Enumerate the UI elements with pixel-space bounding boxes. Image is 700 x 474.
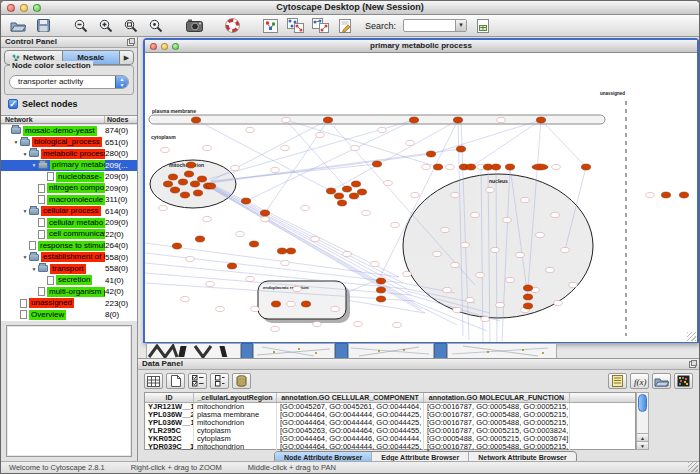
network-node[interactable] <box>441 227 450 232</box>
network-edge[interactable] <box>211 186 407 289</box>
network-node[interactable] <box>282 117 291 122</box>
selected-network-node[interactable] <box>661 192 670 198</box>
selected-network-node[interactable] <box>349 193 358 199</box>
table-scrollbar[interactable]: ▲ ▼ <box>636 392 649 450</box>
scrollbar-thumb[interactable] <box>638 394 647 412</box>
network-edge[interactable] <box>346 300 425 313</box>
selected-network-node[interactable] <box>277 248 286 254</box>
tree-row[interactable]: nitrogen compo209(0) <box>1 183 137 195</box>
selected-network-node[interactable] <box>334 193 343 199</box>
minimized-window-thumbnail[interactable] <box>146 343 241 358</box>
network-node[interactable] <box>316 132 325 137</box>
selected-network-node[interactable] <box>186 162 195 168</box>
selected-network-node[interactable] <box>581 164 590 170</box>
selected-network-node[interactable] <box>260 210 269 216</box>
network-node[interactable] <box>362 210 371 215</box>
zoom-in-icon[interactable] <box>97 17 115 34</box>
close-view-button[interactable] <box>150 43 157 50</box>
minimize-view-button[interactable] <box>161 43 168 50</box>
network-node[interactable] <box>393 322 402 327</box>
vizmapper-icon[interactable] <box>261 17 279 34</box>
network-node[interactable] <box>481 316 490 321</box>
selected-network-node[interactable] <box>426 151 435 157</box>
column-header[interactable]: ID <box>145 393 194 402</box>
attribute-table-icon[interactable] <box>144 373 163 389</box>
tree-row[interactable]: multi-organism pro42(0) <box>1 286 137 298</box>
snapshot-camera-icon[interactable] <box>185 17 203 34</box>
table-row[interactable]: YPL036W__1mitochondrion[GO:0044464, GO:0… <box>145 419 635 427</box>
selected-network-node[interactable] <box>409 117 418 123</box>
network-node[interactable] <box>561 247 570 252</box>
expand-arrow-icon[interactable]: ▼ <box>30 162 38 168</box>
network-node[interactable] <box>236 231 245 236</box>
network-view-window[interactable]: primary metabolic process plasma membran… <box>143 38 699 343</box>
annotation-icon[interactable] <box>336 17 354 34</box>
selected-network-node[interactable] <box>372 161 381 167</box>
column-header[interactable]: annotation.GO MOLECULAR_FUNCTION <box>424 393 570 402</box>
network-node[interactable] <box>497 117 506 122</box>
network-node[interactable] <box>271 167 280 172</box>
float-panel-icon[interactable] <box>127 39 134 46</box>
network-node[interactable] <box>451 192 460 197</box>
selected-network-node[interactable] <box>376 296 385 302</box>
expand-arrow-icon[interactable]: ▼ <box>12 139 20 145</box>
merge-network-icon[interactable] <box>286 17 304 34</box>
tree-row[interactable]: nucleobase-209(0) <box>1 171 137 183</box>
filter-doc-icon[interactable] <box>474 17 492 34</box>
expand-arrow-icon[interactable]: ▼ <box>21 208 29 214</box>
network-node[interactable] <box>496 302 505 307</box>
tree-row[interactable]: cell communicat22(0) <box>1 229 137 241</box>
network-node[interactable] <box>246 276 255 281</box>
selected-network-node[interactable] <box>376 287 385 293</box>
network-edge[interactable] <box>471 120 541 167</box>
tree-row[interactable]: mosaic-demo-yeast874(0) <box>1 125 137 137</box>
network-node[interactable] <box>251 306 260 311</box>
expand-arrow-icon[interactable]: ▼ <box>21 151 29 157</box>
table-row[interactable]: YPL036W__2plasma membrane[GO:0044464, GO… <box>145 411 635 419</box>
column-header[interactable]: _cellularLayoutRegion <box>194 393 277 402</box>
network-node[interactable] <box>491 247 500 252</box>
network-node[interactable] <box>311 236 320 241</box>
zoom-fit-icon[interactable] <box>122 17 140 34</box>
selected-network-node[interactable] <box>326 188 335 194</box>
close-window-button[interactable] <box>7 4 15 12</box>
network-node[interactable] <box>261 216 270 221</box>
network-edge[interactable] <box>210 154 431 183</box>
selected-network-node[interactable] <box>523 294 532 300</box>
selected-network-node[interactable] <box>286 248 295 254</box>
node-color-dropdown[interactable]: transporter activity ▲▼ <box>9 75 129 89</box>
selected-network-node[interactable] <box>197 176 206 182</box>
attribute-list-icon[interactable] <box>608 373 627 389</box>
tree-row[interactable]: macromolecule311(0) <box>1 194 137 206</box>
network-node[interactable] <box>271 326 280 331</box>
select-attributes-icon[interactable] <box>188 373 207 389</box>
tree-row[interactable]: cellular metabo209(0) <box>1 217 137 229</box>
network-node[interactable] <box>378 127 387 132</box>
network-node[interactable] <box>331 306 340 311</box>
tree-row[interactable]: ▼metabolic process280(0) <box>1 148 137 160</box>
network-node[interactable] <box>281 145 290 150</box>
network-node[interactable] <box>506 277 515 282</box>
open-folder-icon[interactable] <box>9 17 27 34</box>
selected-network-node[interactable] <box>271 301 280 307</box>
network-node[interactable] <box>354 321 363 326</box>
network-node[interactable] <box>451 262 460 267</box>
unselect-attributes-icon[interactable] <box>210 373 229 389</box>
network-node[interactable] <box>343 251 352 256</box>
selected-network-node[interactable] <box>536 117 545 123</box>
network-node[interactable] <box>216 306 225 311</box>
import-attributes-icon[interactable] <box>652 373 671 389</box>
network-node[interactable] <box>384 180 393 185</box>
zoom-out-icon[interactable] <box>72 17 90 34</box>
network-node[interactable] <box>203 145 212 150</box>
tree-row[interactable]: ▼establishment of lo558(0) <box>1 252 137 264</box>
tree-row[interactable]: secretion41(0) <box>1 275 137 287</box>
selected-network-node[interactable] <box>466 164 475 170</box>
selected-network-node[interactable] <box>191 117 200 123</box>
search-dropdown-arrow-icon[interactable]: ▼ <box>455 20 466 31</box>
window-resize-grip[interactable] <box>688 462 698 472</box>
network-canvas[interactable]: plasma membrane cytoplasm nucleus mitoch… <box>145 53 697 342</box>
minimize-window-button[interactable] <box>20 4 28 12</box>
window-edge-fragment[interactable] <box>335 343 348 358</box>
selected-network-node[interactable] <box>491 164 500 170</box>
